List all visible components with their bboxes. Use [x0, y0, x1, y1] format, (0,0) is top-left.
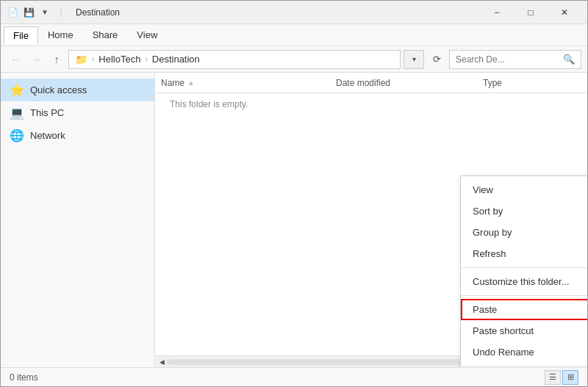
column-name[interactable]: Name ▲: [155, 78, 330, 88]
menu-tab-home[interactable]: Home: [38, 26, 83, 44]
sidebar-item-this-pc[interactable]: 💻 This PC: [1, 101, 154, 124]
content-area: Name ▲ Date modified Type This folder is…: [155, 73, 587, 367]
ctx-view[interactable]: View ›: [461, 179, 587, 200]
save-icon: 💾: [23, 7, 35, 18]
empty-message: This folder is empty.: [155, 93, 587, 115]
ctx-separator-3: [461, 366, 587, 366]
minimize-button[interactable]: −: [480, 1, 514, 24]
title-bar-controls: − □ ✕: [480, 1, 581, 24]
menu-tab-file[interactable]: File: [4, 26, 38, 45]
view-toggle: ☰ ⊞: [545, 370, 578, 385]
ctx-customize[interactable]: Customize this folder...: [461, 271, 587, 292]
refresh-button[interactable]: ⟳: [427, 50, 446, 69]
details-view-btn[interactable]: ☰: [545, 370, 561, 385]
address-bar: ← → ↑ 📁 › HelloTech › Destination ▾ ⟳ 🔍: [1, 46, 587, 73]
column-type[interactable]: Type: [477, 78, 587, 88]
ctx-sort-by[interactable]: Sort by ›: [461, 200, 587, 222]
path-hellotech: HelloTech: [98, 54, 140, 65]
status-bar: 0 items ☰ ⊞: [1, 367, 587, 386]
ctx-separator-2: [461, 295, 587, 296]
menu-tab-share[interactable]: Share: [83, 26, 128, 44]
title-bar: 📄 💾 ▼ | Destination − □ ✕: [1, 1, 587, 24]
sort-arrow: ▲: [187, 79, 195, 87]
main-area: ⭐ Quick access 💻 This PC 🌐 Network Name …: [1, 73, 587, 367]
column-headers: Name ▲ Date modified Type: [155, 73, 587, 93]
window-title: Destination: [76, 7, 120, 18]
address-path[interactable]: 📁 › HelloTech › Destination: [68, 50, 401, 69]
maximize-button[interactable]: □: [514, 1, 548, 24]
quick-access-label: Quick access: [30, 84, 87, 95]
column-date[interactable]: Date modified: [330, 78, 477, 88]
folder-icon: 📁: [75, 54, 87, 65]
address-dropdown[interactable]: ▾: [404, 50, 424, 69]
context-menu: View › Sort by › Group by › Refresh Cust…: [460, 176, 587, 367]
sidebar-item-network[interactable]: 🌐 Network: [1, 124, 154, 147]
title-bar-icons: 📄 💾 ▼ |: [7, 7, 67, 18]
ctx-group-by[interactable]: Group by ›: [461, 222, 587, 243]
ctx-paste-shortcut[interactable]: Paste shortcut: [461, 320, 587, 341]
scroll-left-btn[interactable]: ◀: [157, 357, 167, 367]
this-pc-label: This PC: [30, 107, 64, 118]
ctx-separator-1: [461, 267, 587, 268]
separator: |: [55, 7, 67, 18]
ctx-undo-rename[interactable]: Undo Rename Ctrl+Z: [461, 341, 587, 363]
this-pc-icon: 💻: [10, 106, 24, 120]
network-icon: 🌐: [10, 129, 24, 142]
search-input[interactable]: [456, 54, 560, 65]
ctx-refresh[interactable]: Refresh: [461, 243, 587, 264]
large-icon-view-btn[interactable]: ⊞: [562, 370, 578, 385]
ctx-paste[interactable]: Paste: [461, 299, 587, 320]
menu-tab-view[interactable]: View: [127, 26, 167, 44]
search-box[interactable]: 🔍: [449, 50, 581, 69]
back-button[interactable]: ←: [7, 51, 24, 68]
item-count: 0 items: [10, 372, 38, 383]
path-destination: Destination: [152, 54, 200, 65]
sidebar: ⭐ Quick access 💻 This PC 🌐 Network: [1, 73, 155, 367]
close-button[interactable]: ✕: [548, 1, 581, 24]
sidebar-item-quick-access[interactable]: ⭐ Quick access: [1, 79, 154, 101]
menu-icon: ▼: [39, 7, 51, 18]
network-label: Network: [30, 130, 65, 141]
up-button[interactable]: ↑: [48, 51, 65, 68]
search-icon: 🔍: [563, 54, 575, 65]
forward-button[interactable]: →: [27, 51, 45, 68]
menu-bar: File Home Share View: [1, 24, 587, 46]
doc-icon: 📄: [7, 7, 18, 18]
quick-access-icon: ⭐: [10, 83, 24, 97]
